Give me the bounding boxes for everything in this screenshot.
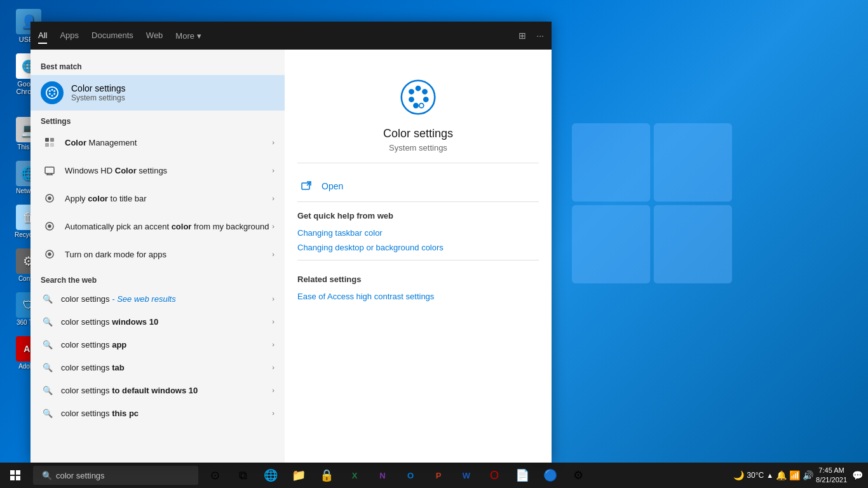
chevron-hd-color: ›	[272, 166, 275, 174]
taskbar-task-view[interactable]: ⊙	[201, 463, 229, 488]
right-panel-subtitle: System settings	[389, 143, 447, 152]
search-web-icon-1: 🔍	[41, 292, 55, 306]
svg-point-6	[51, 89, 53, 91]
notification-icon[interactable]: 🔔	[776, 470, 787, 480]
network-icon[interactable]: 📶	[789, 470, 800, 480]
web-search-4-text: color settings tab	[61, 363, 272, 372]
sys-icons: 🌙 30°C ▲ 🔔 📶 🔊	[733, 470, 813, 480]
svg-point-32	[419, 104, 424, 108]
search-web-icon-3: 🔍	[41, 337, 55, 351]
search-icon-taskbar: 🔍	[42, 471, 52, 480]
more-options-icon[interactable]: ···	[536, 30, 544, 41]
taskbar-settings[interactable]: ⚙	[564, 463, 592, 488]
svg-rect-36	[16, 470, 20, 475]
taskbar-onenote[interactable]: N	[369, 463, 397, 488]
open-label: Open	[322, 181, 343, 191]
apply-color-label: Apply color to title bar	[65, 194, 272, 203]
tab-web[interactable]: Web	[146, 28, 163, 44]
chevron-apply-color: ›	[272, 194, 275, 202]
tab-all[interactable]: All	[38, 28, 47, 44]
web-search-5[interactable]: 🔍 color settings to default windows 10 ›	[31, 379, 285, 402]
taskbar-reader[interactable]: 📄	[508, 463, 536, 488]
search-web-header: Search the web	[31, 271, 285, 287]
desktop: 👤 USER 🌐 Google Chrome 💻 This P... 🌐 Net…	[0, 0, 868, 488]
taskbar-word[interactable]: W	[452, 463, 480, 488]
taskbar-opera[interactable]: O	[480, 463, 508, 488]
svg-point-7	[53, 90, 55, 92]
up-arrow-icon[interactable]: ▲	[766, 471, 773, 479]
search-nav: All Apps Documents Web More ▾ ⊞ ···	[31, 22, 552, 50]
taskbar-edge[interactable]: 🌐	[257, 463, 285, 488]
settings-dark-mode[interactable]: Turn on dark mode for apps ›	[31, 240, 285, 268]
settings-hd-color[interactable]: Windows HD Color settings ›	[31, 156, 285, 184]
svg-rect-14	[50, 143, 54, 147]
svg-rect-13	[45, 143, 49, 147]
svg-point-30	[409, 97, 414, 102]
taskbar-explorer[interactable]: 📁	[285, 463, 313, 488]
chevron-web-6: ›	[272, 409, 275, 417]
taskbar-widget[interactable]: ⧉	[229, 463, 257, 488]
svg-rect-12	[50, 138, 54, 142]
best-match-title: Color settings	[71, 83, 126, 93]
tab-documents[interactable]: Documents	[92, 28, 133, 44]
auto-accent-icon	[41, 217, 58, 235]
taskbar-security[interactable]: 🔒	[313, 463, 341, 488]
dark-mode-icon	[41, 245, 58, 263]
start-button[interactable]	[0, 463, 31, 488]
best-match-item[interactable]: Color settings System settings	[31, 75, 285, 111]
web-search-3-text: color settings app	[61, 340, 272, 349]
chevron-color-mgmt: ›	[272, 139, 275, 146]
web-search-2-text: color settings windows 10	[61, 317, 272, 327]
moon-icon[interactable]: 🌙	[733, 470, 744, 480]
search-web-icon-5: 🔍	[41, 383, 55, 397]
svg-rect-2	[572, 205, 650, 283]
taskbar-clock[interactable]: 7:45 AM 8/21/2021	[816, 466, 847, 485]
tab-apps[interactable]: Apps	[60, 28, 79, 44]
web-search-1[interactable]: 🔍 color settings - See web results ›	[31, 287, 285, 310]
taskbar-chrome[interactable]: 🔵	[536, 463, 564, 488]
svg-line-34	[307, 182, 311, 186]
web-search-3[interactable]: 🔍 color settings app ›	[31, 333, 285, 356]
settings-color-management[interactable]: Color Management ›	[31, 128, 285, 156]
settings-section-header: Settings	[31, 112, 285, 128]
svg-point-29	[423, 97, 429, 102]
taskbar-powerpoint[interactable]: P	[424, 463, 452, 488]
quick-help-link-2[interactable]: Changing desktop or background colors	[297, 240, 539, 255]
chevron-web-1: ›	[272, 295, 275, 302]
svg-rect-38	[16, 476, 20, 480]
taskbar-outlook[interactable]: O	[397, 463, 424, 488]
tab-more[interactable]: More ▾	[175, 31, 201, 41]
taskbar-system-tray: 🌙 30°C ▲ 🔔 📶 🔊 7:45 AM 8/21/2021 💬	[733, 466, 868, 485]
web-search-6-text: color settings this pc	[61, 409, 272, 418]
related-link-1[interactable]: Ease of Access high contrast settings	[297, 289, 539, 304]
chevron-down-icon: ▾	[197, 31, 201, 41]
settings-auto-accent[interactable]: Automatically pick an accent color from …	[31, 212, 285, 240]
quick-help-link-1[interactable]: Changing taskbar color	[297, 226, 539, 240]
open-action[interactable]: Open	[297, 171, 539, 202]
search-web-icon-4: 🔍	[41, 360, 55, 374]
search-web-icon-6: 🔍	[41, 406, 55, 420]
taskbar-excel[interactable]: X	[341, 463, 369, 488]
web-search-4[interactable]: 🔍 color settings tab ›	[31, 356, 285, 379]
color-settings-icon	[41, 81, 64, 104]
volume-icon[interactable]: 🔊	[803, 470, 813, 480]
chevron-dark-mode: ›	[272, 250, 275, 258]
taskbar-search-box[interactable]: 🔍 color settings	[33, 466, 198, 485]
color-mgmt-label: Color Management	[65, 138, 272, 147]
hd-color-label: Windows HD Color settings	[65, 166, 272, 175]
taskbar-app-icons: ⊙ ⧉ 🌐 📁 🔒 X N O P W O 📄 🔵 ⚙	[201, 463, 592, 488]
search-content: Best match Colo	[31, 50, 552, 463]
svg-point-27	[416, 86, 421, 92]
web-search-5-text: color settings to default windows 10	[61, 386, 272, 395]
right-header: Color settings System settings	[297, 62, 539, 163]
notification-center[interactable]: 💬	[852, 470, 863, 480]
svg-point-20	[48, 197, 51, 200]
settings-apply-color[interactable]: Apply color to title bar ›	[31, 184, 285, 212]
web-search-6[interactable]: 🔍 color settings this pc ›	[31, 402, 285, 424]
svg-point-28	[422, 89, 428, 95]
feedback-icon[interactable]: ⊞	[519, 30, 526, 41]
svg-point-22	[48, 225, 51, 227]
chevron-web-2: ›	[272, 318, 275, 325]
temp-display: 30°C	[747, 471, 764, 480]
web-search-2[interactable]: 🔍 color settings windows 10 ›	[31, 310, 285, 333]
